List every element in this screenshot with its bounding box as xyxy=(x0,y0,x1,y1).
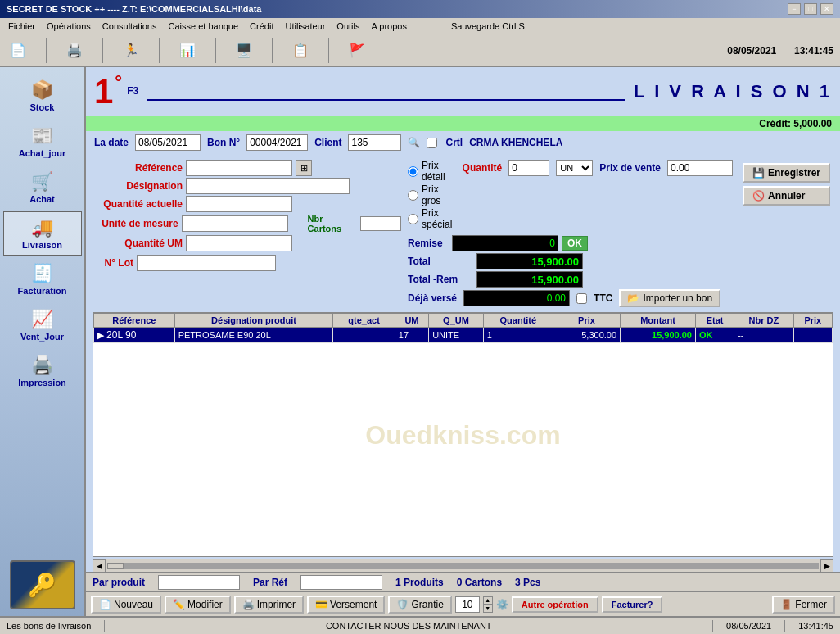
client-input[interactable] xyxy=(348,134,401,151)
toolbar-document-btn[interactable]: 📄 xyxy=(7,39,29,62)
un-select[interactable]: UN KG L PCS xyxy=(556,160,593,176)
importer-button[interactable]: 📂 Importer un bon xyxy=(619,289,720,307)
ttc-checkbox[interactable] xyxy=(576,293,587,304)
page-header: 1 ° F3 L I V R A I S O N 1 xyxy=(86,67,840,116)
menu-apropos[interactable]: A propos xyxy=(366,20,411,33)
versement-button[interactable]: 💳 Versement xyxy=(307,596,385,614)
facturer-button[interactable]: Facturer? xyxy=(602,596,663,613)
menu-outils[interactable]: Outils xyxy=(332,20,364,33)
sidebar-item-achat[interactable]: 🛒 Achat xyxy=(3,165,82,210)
sidebar-item-vent-jour[interactable]: 📈 Vent_Jour xyxy=(3,303,82,347)
enregistrer-button[interactable]: 💾 Enregistrer xyxy=(743,163,830,183)
radio-prix-detail[interactable]: Prix détail xyxy=(408,160,456,183)
toolbar-pages-btn[interactable]: 📋 xyxy=(289,39,312,62)
remise-input[interactable] xyxy=(452,235,558,251)
par-ref-input[interactable] xyxy=(300,575,382,590)
spin-down-btn[interactable]: ▼ xyxy=(483,605,493,613)
menu-operations[interactable]: Opérations xyxy=(42,20,96,33)
scroll-thumb[interactable] xyxy=(107,563,124,569)
menu-sauvegarde[interactable]: Sauvegarde Ctrl S xyxy=(446,20,530,33)
unite-mesure-input[interactable] xyxy=(182,215,288,232)
grantie-value-input[interactable] xyxy=(455,596,480,613)
col-header-etat: Etat xyxy=(695,314,734,328)
toolbar-run-btn[interactable]: 🏃 xyxy=(120,39,142,62)
sidebar-label-vent-jour: Vent_Jour xyxy=(20,332,64,342)
sidebar-logo: 🔑 xyxy=(10,560,75,609)
sidebar-item-achat-jour[interactable]: 📰 Achat_jour xyxy=(3,120,82,164)
status-left: Les bons de livraison xyxy=(7,621,91,631)
cell-qte-act xyxy=(333,328,395,343)
client-search-icon[interactable]: 🔍 xyxy=(408,137,420,148)
radio-prix-special[interactable]: Prix spécial xyxy=(408,207,456,230)
grantie-button[interactable]: 🛡️ Grantie xyxy=(388,596,451,614)
sidebar-item-stock[interactable]: 📦 Stock xyxy=(3,74,82,118)
imprimer-button[interactable]: 🖨️ Imprimer xyxy=(234,596,304,614)
fermer-button[interactable]: 🚪 Fermer xyxy=(772,596,835,614)
toolbar-print-btn[interactable]: 🖨️ xyxy=(63,39,86,62)
reference-input[interactable] xyxy=(186,160,292,176)
cell-um: 17 xyxy=(395,328,428,343)
menu-credit[interactable]: Crédit xyxy=(245,20,278,33)
quantite-um-input[interactable] xyxy=(186,235,292,251)
col-header-quantite: Quantité xyxy=(483,314,553,328)
prix-detail-label: Prix détail xyxy=(422,160,456,183)
par-produit-input[interactable] xyxy=(158,575,240,590)
toolbar-monitor-btn[interactable]: 🖥️ xyxy=(233,39,255,62)
versement-label: Versement xyxy=(330,599,377,610)
scroll-left-btn[interactable]: ◀ xyxy=(93,559,106,573)
sidebar-label-livraison: Livraison xyxy=(22,240,62,250)
quantite-field[interactable] xyxy=(508,160,549,176)
col-header-prix2: Prix xyxy=(793,314,832,328)
crtl-checkbox[interactable] xyxy=(427,138,437,148)
radio-prix-gros[interactable]: Prix gros xyxy=(408,183,456,206)
par-produit-label: Par produit xyxy=(93,577,145,588)
lot-input[interactable] xyxy=(137,255,276,271)
sidebar-item-impression[interactable]: 🖨️ Impression xyxy=(3,349,82,393)
credit-value: 5,000.00 xyxy=(793,118,832,129)
nbr-cartons-input[interactable] xyxy=(360,216,401,231)
page-title: L I V R A I S O N 1 xyxy=(634,81,832,102)
window-controls: − □ ✕ xyxy=(788,3,833,15)
total-rem-label: Total -Rem xyxy=(408,274,473,285)
nouveau-button[interactable]: 📄 Nouveau xyxy=(91,596,161,614)
action-buttons: 💾 Enregistrer 🚫 Annuler xyxy=(739,160,833,233)
designation-label: Désignation xyxy=(93,180,183,192)
toolbar-flag-btn[interactable]: 🚩 xyxy=(345,39,368,62)
grantie-extra-icon[interactable]: ⚙️ xyxy=(496,599,508,610)
table-header-row: Référence Désignation produit qte_act UM… xyxy=(94,314,833,328)
scroll-track[interactable] xyxy=(107,563,819,569)
maximize-button[interactable]: □ xyxy=(804,3,817,15)
modifier-button[interactable]: ✏️ Modifier xyxy=(165,596,231,614)
bottom-toolbar: 📄 Nouveau ✏️ Modifier 🖨️ Imprimer 💳 Vers… xyxy=(86,591,840,616)
reference-search-btn[interactable]: ⊞ xyxy=(296,160,312,176)
designation-input[interactable] xyxy=(186,178,350,194)
spin-up-btn[interactable]: ▲ xyxy=(483,596,493,605)
annuler-icon: 🚫 xyxy=(752,190,765,202)
prix-vente-input[interactable] xyxy=(667,160,733,176)
quantite-actuelle-input[interactable] xyxy=(186,196,292,212)
table-row[interactable]: ▶ 20L 90 PETROSAME E90 20L 17 UNITE 1 5,… xyxy=(94,328,833,343)
minimize-button[interactable]: − xyxy=(788,3,801,15)
menu-consultations[interactable]: Consultations xyxy=(97,20,162,33)
close-button[interactable]: ✕ xyxy=(820,3,833,15)
menu-caisse[interactable]: Caisse et banque xyxy=(163,20,243,33)
sidebar-item-livraison[interactable]: 🚚 Livraison xyxy=(3,211,82,256)
col-header-montant: Montant xyxy=(621,314,696,328)
deja-verse-input[interactable] xyxy=(463,290,570,306)
date-input[interactable] xyxy=(135,134,201,151)
bon-input[interactable] xyxy=(246,134,308,151)
toolbar-chart-btn[interactable]: 📊 xyxy=(176,39,199,62)
menu-utilisateur[interactable]: Utilisateur xyxy=(280,20,330,33)
annuler-button[interactable]: 🚫 Annuler xyxy=(743,186,830,206)
scroll-right-btn[interactable]: ▶ xyxy=(820,559,833,573)
ok-button[interactable]: OK xyxy=(562,236,588,251)
page-number: 1 ° F3 xyxy=(94,72,138,111)
modifier-icon: ✏️ xyxy=(173,599,185,610)
radio-price-section: Prix détail Prix gros Prix spécial xyxy=(408,160,456,233)
menu-fichier[interactable]: Fichier xyxy=(3,20,40,33)
col-header-qte-act: qte_act xyxy=(333,314,395,328)
top-form: La date Bon N° Client 🔍 Crtl CRMA KHENCH… xyxy=(86,131,840,156)
sidebar-item-facturation[interactable]: 🧾 Facturation xyxy=(3,257,82,301)
autre-operation-button[interactable]: Autre opération xyxy=(512,596,598,613)
quantite-label: Quantité xyxy=(463,162,503,174)
